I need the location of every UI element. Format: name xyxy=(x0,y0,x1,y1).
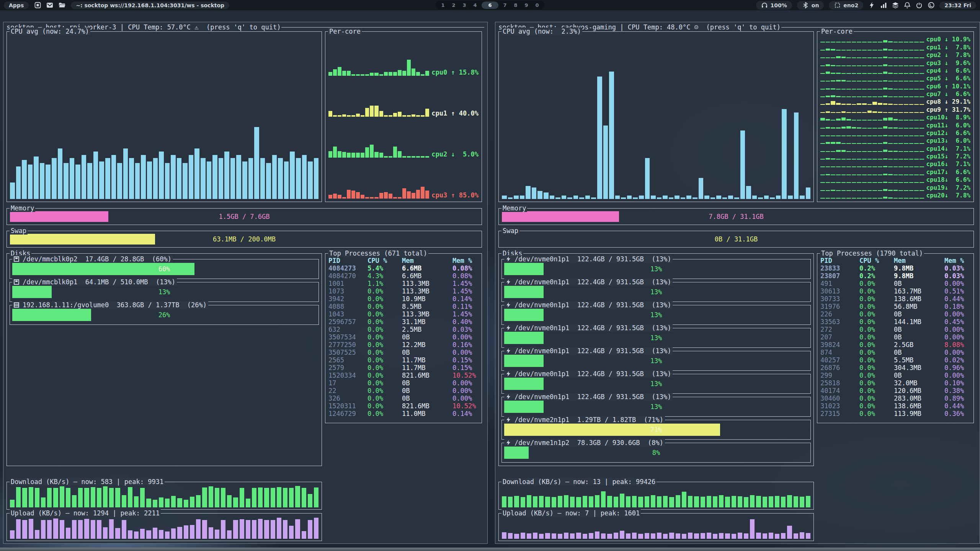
workspace-7[interactable]: 7 xyxy=(501,2,509,9)
process-row[interactable]: 6320.0%2.5MB0.03% xyxy=(328,326,480,333)
process-row[interactable]: 40842735.4%6.6MB0.08% xyxy=(328,264,480,272)
workspace-2[interactable]: 2 xyxy=(449,2,458,9)
cell-cpu: 4.3% xyxy=(368,272,402,280)
signal-bars-icon[interactable] xyxy=(880,2,887,9)
spark-bar xyxy=(379,74,383,76)
process-table[interactable]: PID CPU % Mem Mem % 238330.2%9.8MB0.03%2… xyxy=(820,257,972,421)
process-row[interactable]: 8740.0%0B0.00% xyxy=(820,349,972,356)
process-row[interactable]: 220.0%0B0.00% xyxy=(328,387,480,395)
cpu-avg-bar xyxy=(70,158,75,199)
process-row[interactable]: 402570.0%5.5MB0.02% xyxy=(820,356,972,364)
process-row[interactable]: 25967570.0%31.1MB0.40% xyxy=(328,318,480,326)
process-row[interactable]: 15203110.0%821.6MB10.52% xyxy=(328,402,480,410)
process-row[interactable]: 304600.0%283.0MB0.89% xyxy=(820,395,972,402)
spark-bar xyxy=(379,153,383,158)
process-row[interactable]: 2260.0%0B0.00% xyxy=(820,310,972,318)
process-row[interactable]: 25790.0%11.7MB0.15% xyxy=(328,364,480,372)
cell-memp: 0.00% xyxy=(452,387,480,395)
process-row[interactable]: 401740.0%120.6MB0.38% xyxy=(820,387,972,395)
spark-bar xyxy=(898,81,903,82)
process-row[interactable]: 3260.0%0B0.00% xyxy=(328,395,480,402)
process-row[interactable]: 170.0%0B0.00% xyxy=(328,379,480,387)
process-row[interactable]: 335630.0%144.1MB0.45% xyxy=(820,318,972,326)
process-row[interactable]: 273150.0%113.9MB0.36% xyxy=(820,410,972,417)
process-row[interactable]: 2070.0%0B0.00% xyxy=(820,333,972,341)
monitor-app-icon[interactable] xyxy=(928,2,934,9)
workspace-6[interactable]: 6 xyxy=(482,2,498,9)
workspace-9[interactable]: 9 xyxy=(522,2,531,9)
cell-pid: 2565 xyxy=(328,356,368,364)
spark-bar xyxy=(836,50,841,51)
process-row[interactable]: 238330.2%9.8MB0.03% xyxy=(820,264,972,272)
cpu-avg-bar xyxy=(153,158,158,199)
layers-icon[interactable] xyxy=(892,2,899,9)
folder-icon[interactable] xyxy=(59,2,65,9)
process-row[interactable]: 35075250.0%0B0.00% xyxy=(328,349,480,356)
process-row[interactable]: 12467290.0%11.0MB0.14% xyxy=(328,410,480,417)
right-terminal[interactable]: socktop — host: cachyos-gaming | CPU Tem… xyxy=(495,22,980,544)
process-row[interactable]: 39420.0%10.9MB0.14% xyxy=(328,295,480,303)
window-icon[interactable] xyxy=(34,2,41,9)
process-row[interactable]: 25650.0%11.7MB0.15% xyxy=(328,356,480,364)
bluetooth-indicator[interactable]: on xyxy=(797,1,824,10)
power-profile-icon[interactable] xyxy=(868,2,875,9)
process-row[interactable]: 2720.0%0B0.00% xyxy=(820,326,972,333)
volume-indicator[interactable]: 100% xyxy=(756,1,792,10)
power-icon[interactable] xyxy=(916,2,923,9)
process-row[interactable]: 10430.0%113.3MB1.45% xyxy=(328,310,480,318)
process-row[interactable]: 268760.0%304.3MB0.96% xyxy=(820,364,972,372)
net-bar xyxy=(514,534,519,539)
process-row[interactable]: 310230.0%138.6MB0.44% xyxy=(820,402,972,410)
mail-icon[interactable] xyxy=(46,2,53,9)
workspace-0[interactable]: 0 xyxy=(533,2,541,9)
workspace-3[interactable]: 3 xyxy=(460,2,469,9)
spark-bar xyxy=(379,193,383,199)
process-table[interactable]: PID CPU % Mem Mem % 40842735.4%6.6MB0.08… xyxy=(328,257,480,421)
network-indicator[interactable]: eno2 xyxy=(829,1,863,10)
clock[interactable]: 23:32 Fri xyxy=(939,2,976,9)
net-bar xyxy=(545,533,550,539)
spark-bar xyxy=(398,197,402,199)
spark-bar xyxy=(909,143,914,144)
spark-bar xyxy=(365,147,369,158)
cell-memp: 0.08% xyxy=(452,264,480,272)
spark-bar xyxy=(920,143,924,144)
net-bar xyxy=(128,530,132,539)
left-terminal[interactable]: socktop — host: rpi-worker-3 | CPU Temp:… xyxy=(3,22,488,544)
process-row[interactable]: 238070.2%9.8MB0.03% xyxy=(820,272,972,280)
window-title-tab[interactable]: ~: socktop ws://192.168.1.104:3031/ws - … xyxy=(71,2,229,9)
process-row[interactable]: 258180.0%32.0MB0.10% xyxy=(820,379,972,387)
net-bar xyxy=(91,520,95,539)
process-row[interactable]: 35075340.0%0B0.00% xyxy=(328,333,480,341)
process-row[interactable]: 398240.0%2.5GB8.08% xyxy=(820,341,972,349)
process-row[interactable]: 40880.0%8.5MB0.11% xyxy=(328,303,480,310)
net-bar xyxy=(140,488,145,507)
apps-button[interactable]: Apps xyxy=(4,2,29,9)
process-row[interactable]: 10730.0%113.3MB1.45% xyxy=(328,287,480,295)
process-row[interactable]: 307330.0%138.6MB0.44% xyxy=(820,295,972,303)
process-row[interactable]: 10011.1%113.3MB1.45% xyxy=(328,280,480,287)
net-bar xyxy=(769,533,773,539)
cell-cpu: 0.0% xyxy=(859,364,894,372)
bell-icon[interactable] xyxy=(904,2,911,9)
spark-bar xyxy=(836,42,841,42)
spark-bar xyxy=(909,57,914,58)
net-bar xyxy=(738,496,742,507)
spark-bar xyxy=(920,89,924,90)
workspace-1[interactable]: 1 xyxy=(439,2,447,9)
process-row[interactable]: 27772500.0%12.2MB0.16% xyxy=(328,341,480,349)
process-row[interactable]: 40842704.3%6.6MB0.08% xyxy=(328,272,480,280)
workspace-8[interactable]: 8 xyxy=(511,2,520,9)
process-row[interactable]: 15203340.0%821.6MB10.52% xyxy=(328,372,480,379)
process-row[interactable]: 4910.0%0B0.00% xyxy=(820,280,972,287)
process-row[interactable]: 306130.0%163.7MB0.51% xyxy=(820,287,972,295)
workspace-4[interactable]: 4 xyxy=(471,2,479,9)
spark-bar xyxy=(862,112,867,113)
spark-bar xyxy=(872,89,877,90)
process-row[interactable]: 319760.0%56.8MB0.18% xyxy=(820,303,972,310)
process-row[interactable]: 2990.0%0B0.00% xyxy=(820,372,972,379)
cell-cpu: 0.2% xyxy=(859,272,894,280)
spark-bar xyxy=(909,89,914,90)
spark-bar xyxy=(831,101,835,105)
spark-bar xyxy=(836,103,841,105)
